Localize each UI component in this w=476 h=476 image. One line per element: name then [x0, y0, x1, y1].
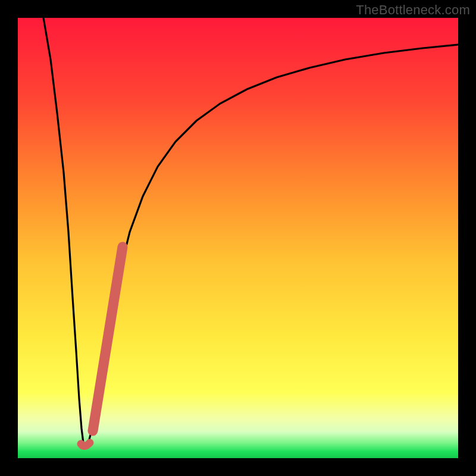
- chart-svg: [18, 18, 458, 458]
- highlight-dot: [81, 443, 90, 446]
- chart-frame: TheBottleneck.com: [0, 0, 476, 476]
- gradient-background: [18, 18, 458, 458]
- plot-area: [18, 18, 458, 458]
- watermark-text: TheBottleneck.com: [356, 2, 470, 18]
